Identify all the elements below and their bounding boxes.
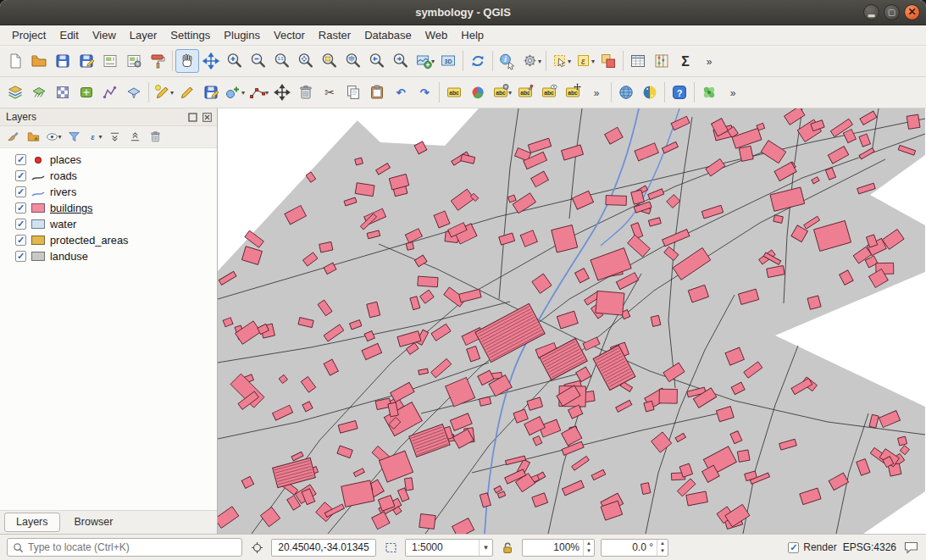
panel-float-icon[interactable] [186, 111, 199, 124]
close-button[interactable]: ✕ [904, 4, 920, 20]
zoom-last-button[interactable] [365, 49, 389, 73]
layer-diagrams-button[interactable] [466, 80, 490, 104]
menu-vector[interactable]: Vector [267, 26, 312, 44]
save-project-as-button[interactable] [75, 49, 98, 73]
toggle-editing-button[interactable] [175, 80, 199, 104]
layer-item-protected_areas[interactable]: ✓protected_areas [0, 232, 217, 248]
deselect-all-button[interactable] [596, 49, 620, 73]
zoom-out-button[interactable] [247, 49, 270, 73]
menu-project[interactable]: Project [5, 26, 53, 44]
tab-layers[interactable]: Layers [4, 513, 60, 532]
layer-checkbox[interactable]: ✓ [15, 186, 26, 197]
field-calculator-button[interactable] [650, 49, 674, 73]
menu-help[interactable]: Help [454, 26, 491, 44]
spin-up-icon[interactable]: ▲ [584, 540, 594, 548]
new-3d-map-view-button[interactable]: 3D [436, 49, 460, 73]
filter-legend-button[interactable] [64, 128, 83, 147]
show-hidden-labels-button[interactable]: abc [537, 80, 561, 104]
pin-labels-button[interactable]: abc [513, 80, 537, 104]
move-feature-button[interactable] [270, 80, 294, 104]
open-project-button[interactable] [27, 49, 51, 73]
current-edits-button[interactable]: ▾ [152, 80, 175, 104]
extents-icon[interactable] [382, 539, 399, 556]
locator-input[interactable] [28, 541, 236, 553]
layer-item-landuse[interactable]: ✓landuse [0, 248, 217, 264]
move-label-button[interactable]: abc [561, 80, 585, 104]
map-canvas[interactable] [218, 108, 926, 534]
new-geopackage-layer-button[interactable] [75, 80, 98, 104]
python-console-button[interactable] [638, 80, 662, 104]
maximize-button[interactable]: ▢ [884, 4, 900, 20]
undo-button[interactable]: ↶ [389, 80, 413, 104]
select-by-expression-button[interactable]: ε▾ [573, 49, 596, 73]
new-map-view-button[interactable]: ▾ [413, 49, 436, 73]
menu-layer[interactable]: Layer [123, 26, 164, 44]
pan-to-selection-button[interactable] [199, 49, 223, 73]
rotation-spin[interactable]: 0.0 ° ▲▼ [601, 539, 668, 557]
scale-combo[interactable]: 1:5000 ▾ [405, 539, 493, 557]
messages-icon[interactable] [902, 539, 919, 556]
new-project-button[interactable] [3, 49, 27, 73]
new-virtual-layer-button[interactable]: V [122, 80, 146, 104]
locator-box[interactable] [7, 538, 242, 557]
add-group-button[interactable] [24, 128, 42, 147]
lock-scale-icon[interactable] [499, 539, 516, 556]
save-layer-edits-button[interactable] [199, 80, 223, 104]
zoom-to-layer-button[interactable] [341, 49, 365, 73]
open-layer-styling-dock-button[interactable] [3, 128, 22, 147]
vertex-tool-button[interactable]: ▾ [247, 80, 270, 104]
layer-item-rivers[interactable]: ✓rivers [0, 184, 217, 200]
tab-browser[interactable]: Browser [63, 513, 125, 532]
filter-by-expression-button[interactable]: ε▾ [85, 128, 103, 147]
menu-view[interactable]: View [86, 26, 123, 44]
coordinate-toggle-icon[interactable] [248, 539, 265, 556]
collapse-all-button[interactable] [125, 128, 144, 147]
zoom-to-selection-button[interactable] [318, 49, 341, 73]
open-attribute-table-button[interactable] [626, 49, 650, 73]
toolbar2-overflow-2-button[interactable]: » [721, 80, 745, 104]
menu-database[interactable]: Database [358, 26, 419, 44]
manage-map-themes-button[interactable]: ▾ [44, 128, 63, 147]
cut-features-button[interactable]: ✂ [318, 80, 341, 104]
coordinate-input[interactable] [271, 539, 376, 557]
layer-item-places[interactable]: ✓places [0, 152, 217, 168]
paste-features-button[interactable] [365, 80, 389, 104]
open-data-source-manager-button[interactable] [3, 80, 27, 104]
show-layout-manager-button[interactable] [122, 49, 146, 73]
redo-button[interactable]: ↷ [413, 80, 436, 104]
pan-map-button[interactable] [175, 49, 199, 73]
zoom-next-button[interactable] [389, 49, 413, 73]
add-feature-button[interactable]: ▾ [223, 80, 247, 104]
add-raster-layer-button[interactable] [51, 80, 75, 104]
titlebar[interactable]: symbology - QGIS ▂ ▢ ✕ [0, 0, 926, 25]
crs-status[interactable]: EPSG:4326 [843, 541, 896, 553]
new-shapefile-layer-button[interactable] [98, 80, 122, 104]
identify-features-button[interactable]: i [496, 49, 519, 73]
layer-checkbox[interactable]: ✓ [15, 219, 26, 230]
new-print-layout-button[interactable] [98, 49, 122, 73]
menu-raster[interactable]: Raster [312, 26, 358, 44]
layer-item-water[interactable]: ✓water [0, 216, 217, 232]
layer-item-roads[interactable]: ✓roads [0, 168, 217, 184]
remove-layer-button[interactable] [146, 128, 164, 147]
spin-up-icon[interactable]: ▲ [657, 540, 668, 548]
add-vector-layer-button[interactable] [27, 80, 51, 104]
layer-checkbox[interactable]: ✓ [15, 235, 26, 246]
layer-checkbox[interactable]: ✓ [15, 202, 26, 213]
plugin-tools-button[interactable] [697, 80, 721, 104]
menu-edit[interactable]: Edit [53, 26, 85, 44]
render-checkbox[interactable]: ✓ Render [788, 541, 836, 553]
zoom-full-button[interactable] [294, 49, 318, 73]
panel-close-icon[interactable] [201, 111, 213, 124]
layer-checkbox[interactable]: ✓ [15, 154, 26, 165]
select-features-button[interactable]: ▾ [549, 49, 573, 73]
spin-down-icon[interactable]: ▼ [657, 547, 668, 556]
layer-labeling-button[interactable]: abc [442, 80, 466, 104]
copy-features-button[interactable] [341, 80, 365, 104]
layer-item-buildings[interactable]: ✓buildings [0, 200, 217, 216]
expand-all-button[interactable] [105, 128, 124, 147]
statistical-summary-button[interactable]: Σ [674, 49, 697, 73]
menu-web[interactable]: Web [419, 26, 455, 44]
refresh-map-button[interactable] [466, 49, 490, 73]
zoom-in-button[interactable] [223, 49, 247, 73]
